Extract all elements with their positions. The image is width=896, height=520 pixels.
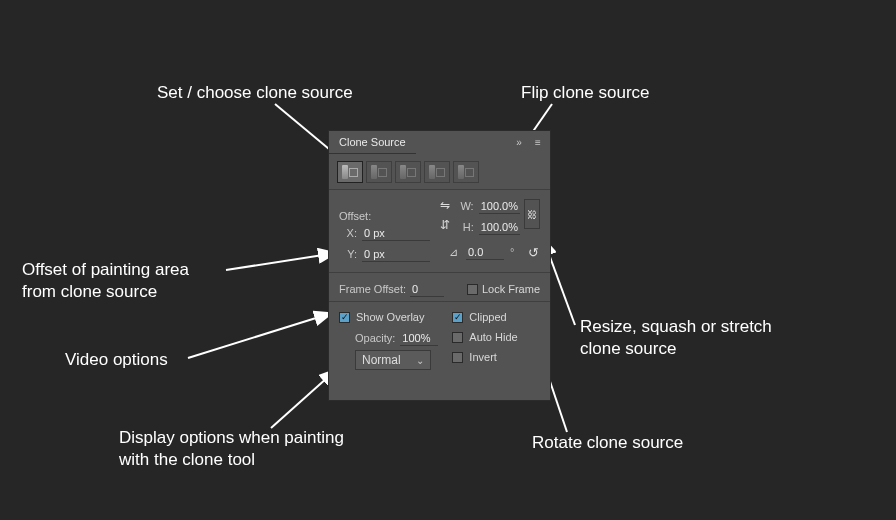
- svg-line-3: [188, 313, 332, 358]
- annotation-resize-l2: clone source: [580, 338, 676, 360]
- annotation-display-l2: with the clone tool: [119, 449, 255, 471]
- flip-vertical-icon[interactable]: [438, 218, 452, 232]
- annotation-resize-l1: Resize, squash or stretch: [580, 316, 772, 338]
- link-wh-icon[interactable]: [524, 199, 540, 229]
- invert-checkbox[interactable]: [452, 352, 463, 363]
- x-label: X:: [339, 227, 357, 239]
- clipped-label: Clipped: [469, 311, 506, 323]
- stamp-icon: [458, 165, 474, 179]
- annotation-rotate: Rotate clone source: [532, 432, 683, 454]
- clipped-checkbox[interactable]: [452, 312, 463, 323]
- clone-source-slots: [329, 153, 550, 190]
- clone-source-slot-2[interactable]: [366, 161, 392, 183]
- overlay-section: Show Overlay Opacity: 100% Normal Clippe…: [329, 302, 550, 378]
- panel-tab[interactable]: Clone Source: [329, 131, 416, 154]
- panel-title: Clone Source: [339, 136, 406, 148]
- svg-line-2: [226, 253, 336, 270]
- y-label: Y:: [339, 248, 357, 260]
- h-input[interactable]: 100.0%: [479, 220, 520, 235]
- offset-label: Offset:: [339, 196, 430, 222]
- offset-transform-section: Offset: X: 0 px Y: 0 px W: 100.0%: [329, 190, 550, 273]
- annotation-video: Video options: [65, 349, 168, 371]
- frame-offset-label: Frame Offset:: [339, 283, 406, 295]
- svg-line-4: [271, 369, 337, 428]
- reset-transform-icon[interactable]: [526, 245, 540, 259]
- clone-source-slot-5[interactable]: [453, 161, 479, 183]
- angle-input[interactable]: 0.0: [466, 245, 504, 260]
- opacity-input[interactable]: 100%: [400, 331, 438, 346]
- clone-source-panel: Clone Source » ≡ Offset: X: 0 px Y: 0 px: [329, 131, 550, 400]
- panel-menu-icon[interactable]: ≡: [530, 131, 546, 153]
- annotation-offset-l1: Offset of painting area: [22, 259, 189, 281]
- invert-label: Invert: [469, 351, 497, 363]
- blend-mode-value: Normal: [362, 353, 401, 367]
- collapse-icon[interactable]: »: [512, 131, 526, 153]
- annotation-flip: Flip clone source: [521, 82, 650, 104]
- x-input[interactable]: 0 px: [362, 226, 430, 241]
- auto-hide-checkbox[interactable]: [452, 332, 463, 343]
- stamp-icon: [429, 165, 445, 179]
- annotation-offset-l2: from clone source: [22, 281, 157, 303]
- blend-mode-select[interactable]: Normal: [355, 350, 431, 370]
- stamp-icon: [342, 165, 358, 179]
- frame-section: Frame Offset: 0 Lock Frame: [329, 273, 550, 302]
- stamp-icon: [371, 165, 387, 179]
- show-overlay-label: Show Overlay: [356, 311, 424, 323]
- lock-frame-checkbox[interactable]: [467, 284, 478, 295]
- angle-icon: [446, 245, 460, 259]
- annotation-display-l1: Display options when painting: [119, 427, 344, 449]
- annotation-set-source: Set / choose clone source: [157, 82, 353, 104]
- w-input[interactable]: 100.0%: [479, 199, 520, 214]
- angle-unit: °: [510, 246, 520, 258]
- clone-source-slot-3[interactable]: [395, 161, 421, 183]
- offset-column: Offset: X: 0 px Y: 0 px: [339, 196, 430, 264]
- h-label: H:: [456, 221, 474, 233]
- wh-column: W: 100.0% H: 100.0% 0.0 °: [438, 196, 540, 262]
- panel-titlebar: Clone Source » ≡: [329, 131, 550, 153]
- lock-frame-label: Lock Frame: [482, 283, 540, 295]
- w-label: W:: [456, 200, 474, 212]
- y-input[interactable]: 0 px: [362, 247, 430, 262]
- stamp-icon: [400, 165, 416, 179]
- clone-source-slot-4[interactable]: [424, 161, 450, 183]
- clone-source-slot-1[interactable]: [337, 161, 363, 183]
- flip-horizontal-icon[interactable]: [438, 198, 452, 212]
- opacity-label: Opacity:: [355, 332, 395, 344]
- frame-offset-input[interactable]: 0: [410, 282, 444, 297]
- auto-hide-label: Auto Hide: [469, 331, 517, 343]
- show-overlay-checkbox[interactable]: [339, 312, 350, 323]
